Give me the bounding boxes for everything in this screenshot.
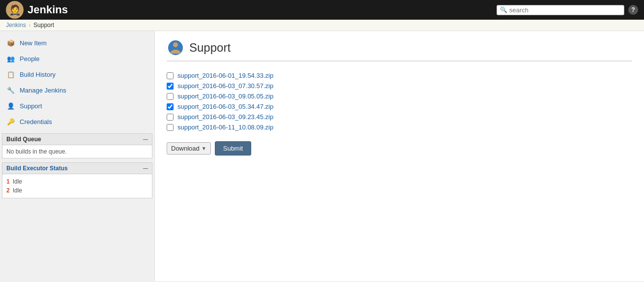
download-label: Download [171,145,200,152]
executor-number: 2 [6,187,10,194]
sidebar-nav: 📦New Item👥People📋Build History🔧Manage Je… [0,35,154,129]
build-queue-panel: Build Queue ─ No builds in the queue. [2,133,152,158]
file-name-label[interactable]: support_2016-06-03_07.30.57.zip [177,82,273,90]
breadcrumb-separator: › [29,23,30,28]
search-input[interactable] [509,6,617,14]
build-executor-panel: Build Executor Status ─ 1Idle2Idle [2,162,152,198]
executor-status: Idle [13,178,22,185]
file-row: support_2016-06-01_19.54.33.zip [167,70,632,81]
header-left: 🤵 Jenkins [6,1,68,19]
file-checkbox[interactable] [167,114,174,121]
submit-button[interactable]: Submit [215,141,251,156]
file-name-label[interactable]: support_2016-06-03_09.23.45.zip [177,113,273,121]
file-row: support_2016-06-03_05.34.47.zip [167,101,632,112]
build-executor-body: 1Idle2Idle [2,174,152,198]
file-row: support_2016-06-11_10.08.09.zip [167,122,632,132]
file-name-label[interactable]: support_2016-06-03_05.34.47.zip [177,103,273,110]
layout: 📦New Item👥People📋Build History🔧Manage Je… [0,31,644,281]
svg-point-1 [173,42,178,47]
file-checkbox[interactable] [167,83,174,90]
breadcrumb: Jenkins › Support [0,20,644,31]
people-icon: 👥 [6,54,16,63]
page-header: Support [167,39,632,62]
file-row: support_2016-06-03_09.05.05.zip [167,91,632,101]
sidebar: 📦New Item👥People📋Build History🔧Manage Je… [0,31,155,281]
build-executor-header: Build Executor Status ─ [2,163,152,174]
file-checkbox[interactable] [167,72,174,79]
sidebar-item-people[interactable]: 👥People [0,51,154,66]
executor-status: Idle [13,187,22,194]
app-title: Jenkins [28,3,68,16]
sidebar-item-label: Manage Jenkins [20,87,66,94]
file-name-label[interactable]: support_2016-06-01_19.54.33.zip [177,72,273,79]
sidebar-item-label: Support [20,102,42,110]
support-icon: 👤 [6,101,16,111]
build-history-icon: 📋 [6,69,16,79]
build-queue-empty: No builds in the queue. [6,148,67,155]
file-checkbox[interactable] [167,93,174,100]
file-name-label[interactable]: support_2016-06-11_10.08.09.zip [177,124,273,131]
file-checkbox[interactable] [167,103,174,110]
sidebar-item-credentials[interactable]: 🔑Credentials [0,114,154,129]
download-dropdown[interactable]: Download ▼ [167,142,211,155]
breadcrumb-current: Support [33,22,54,29]
new-item-icon: 📦 [6,38,16,48]
header-right: 🔍 ? [497,5,638,15]
executor-number: 1 [6,178,10,185]
page-title: Support [189,41,231,55]
help-button[interactable]: ? [628,5,638,15]
executor-row: 1Idle [6,177,148,186]
sidebar-item-build-history[interactable]: 📋Build History [0,66,154,82]
header: 🤵 Jenkins 🔍 ? [0,0,644,20]
sidebar-item-label: New Item [20,39,47,47]
support-page-icon [167,39,184,57]
sidebar-item-label: Credentials [20,118,52,125]
breadcrumb-jenkins-link[interactable]: Jenkins [6,22,26,29]
file-row: support_2016-06-03_07.30.57.zip [167,81,632,91]
build-queue-header: Build Queue ─ [2,134,152,145]
search-icon: 🔍 [500,6,507,13]
credentials-icon: 🔑 [6,117,16,126]
build-queue-title: Build Queue [6,136,41,143]
sidebar-item-manage-jenkins[interactable]: 🔧Manage Jenkins [0,82,154,98]
sidebar-item-label: Build History [20,71,56,78]
main-content: Support support_2016-06-01_19.54.33.zips… [155,31,644,281]
manage-jenkins-icon: 🔧 [6,85,16,95]
build-queue-minimize[interactable]: ─ [143,136,148,143]
sidebar-item-label: People [20,55,39,63]
file-name-label[interactable]: support_2016-06-03_09.05.05.zip [177,93,273,100]
sidebar-item-support[interactable]: 👤Support [0,98,154,114]
dropdown-arrow-icon: ▼ [202,146,206,151]
build-queue-body: No builds in the queue. [2,145,152,158]
jenkins-logo: 🤵 [6,1,24,19]
search-box: 🔍 [497,5,624,15]
file-checkbox[interactable] [167,124,174,131]
build-executor-minimize[interactable]: ─ [143,165,148,172]
file-row: support_2016-06-03_09.23.45.zip [167,112,632,122]
actions-row: Download ▼ Submit [167,141,632,156]
sidebar-item-new-item[interactable]: 📦New Item [0,35,154,51]
file-list: support_2016-06-01_19.54.33.zipsupport_2… [167,70,632,132]
executor-row: 2Idle [6,186,148,195]
build-executor-title-link[interactable]: Build Executor Status [6,165,68,172]
